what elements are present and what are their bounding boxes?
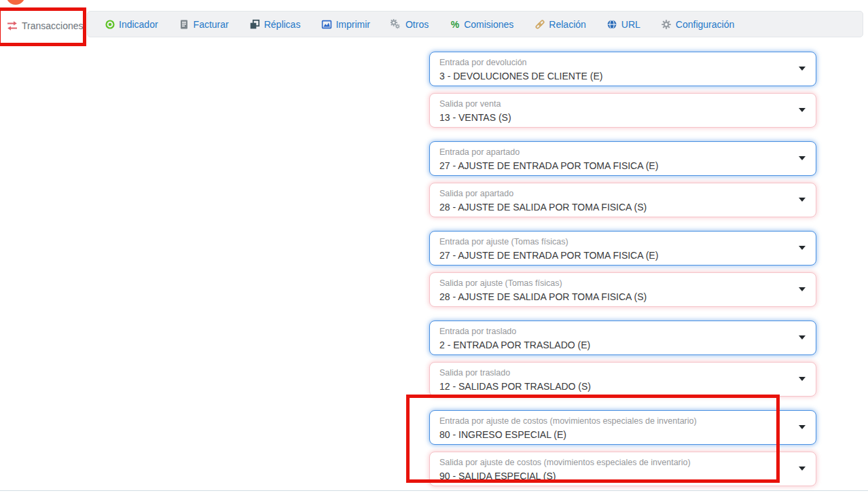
tab-label: Comisiones [464, 19, 513, 30]
tab-comisiones[interactable]: % Comisiones [449, 18, 513, 30]
tab-url[interactable]: URL [607, 18, 640, 30]
link-icon [534, 18, 545, 30]
dropdown-caret-icon [799, 425, 806, 429]
tab-indicador[interactable]: Indicador [104, 18, 158, 30]
select-field-value: 80 - INGRESO ESPECIAL (E) [439, 428, 789, 441]
select-field-value: 27 - AJUSTE DE ENTRADA POR TOMA FISICA (… [439, 249, 789, 261]
tab-label: URL [621, 19, 640, 30]
select-field-entrada-por-traslado[interactable]: Entrada por traslado 2 - ENTRADA POR TRA… [429, 321, 816, 355]
tab-transacciones[interactable]: Transacciones [0, 10, 86, 41]
select-field-salida-por-apartado[interactable]: Salida por apartado 28 - AJUSTE DE SALID… [429, 183, 816, 217]
dropdown-caret-icon [799, 108, 806, 112]
select-field-entrada-por-devolucion[interactable]: Entrada por devolución 3 - DEVOLUCIONES … [429, 52, 816, 86]
tab-otros[interactable]: Otros [391, 18, 429, 30]
gear-icon [661, 18, 672, 30]
tab-replicas[interactable]: Réplicas [249, 18, 301, 30]
select-field-label: Salida por apartado [439, 188, 789, 199]
swap-arrows-icon [6, 20, 18, 32]
tab-label: Indicador [119, 19, 158, 30]
dropdown-caret-icon [799, 156, 806, 160]
select-field-entrada-por-ajuste-de-costos-movimientos-especiales-de-inventario-[interactable]: Entrada por ajuste de costos (movimiento… [429, 410, 816, 445]
dropdown-caret-icon [799, 246, 806, 250]
dropdown-caret-icon [799, 335, 806, 340]
select-field-value: 13 - VENTAS (S) [439, 111, 789, 124]
select-field-label: Entrada por ajuste de costos (movimiento… [439, 416, 789, 426]
select-field-entrada-por-ajuste-tomas-fisicas-[interactable]: Entrada por ajuste (Tomas físicas) 27 - … [429, 231, 816, 266]
tab-label: Relación [549, 19, 585, 30]
svg-text:%: % [450, 19, 459, 30]
tab-label: Imprimir [336, 19, 370, 30]
dropdown-caret-icon [799, 287, 806, 291]
dropdown-caret-icon [799, 467, 806, 471]
dropdown-caret-icon [799, 377, 806, 381]
tab-bar: Indicador Facturar Réplicas Imprimir Otr… [87, 11, 863, 37]
select-field-label: Salida por ajuste de costos (movimientos… [439, 457, 789, 468]
select-field-salida-por-ajuste-tomas-fisicas-[interactable]: Salida por ajuste (Tomas físicas) 28 - A… [429, 272, 816, 307]
dropdown-caret-icon [799, 198, 806, 202]
orange-badge [6, 0, 25, 5]
transaction-selects: Entrada por devolución 3 - DEVOLUCIONES … [429, 52, 816, 486]
select-field-value: 90 - SALIDA ESPECIAL (S) [439, 470, 789, 482]
copy-icon [249, 18, 261, 30]
tab-label: Réplicas [264, 19, 301, 30]
select-field-value: 27 - AJUSTE DE ENTRADA POR TOMA FISICA (… [439, 160, 789, 172]
select-field-label: Salida por traslado [439, 367, 789, 378]
select-field-label: Salida por venta [439, 98, 789, 109]
tab-label: Transacciones [22, 20, 84, 31]
tab-label: Configuración [676, 19, 734, 30]
select-field-value: 28 - AJUSTE DE SALIDA POR TOMA FISICA (S… [439, 201, 789, 213]
tab-label: Otros [405, 19, 429, 30]
select-field-salida-por-ajuste-de-costos-movimientos-especiales-de-inventario-[interactable]: Salida por ajuste de costos (movimientos… [429, 452, 816, 486]
gears-icon [391, 18, 402, 30]
target-icon [104, 18, 115, 30]
tab-facturar[interactable]: Facturar [179, 18, 229, 30]
chart-icon [321, 18, 332, 30]
select-field-value: 3 - DEVOLUCIONES DE CLIENTE (E) [439, 70, 789, 82]
invoice-icon [179, 18, 190, 30]
select-field-salida-por-venta[interactable]: Salida por venta 13 - VENTAS (S) [429, 93, 816, 128]
select-field-salida-por-traslado[interactable]: Salida por traslado 12 - SALIDAS POR TRA… [429, 362, 816, 397]
dropdown-caret-icon [799, 67, 806, 71]
percent-icon: % [449, 18, 460, 30]
select-field-value: 12 - SALIDAS POR TRASLADO (S) [439, 380, 789, 392]
select-field-label: Entrada por ajuste (Tomas físicas) [439, 236, 789, 247]
select-field-value: 28 - AJUSTE DE SALIDA POR TOMA FISICA (S… [439, 291, 789, 303]
tab-label: Facturar [194, 19, 229, 30]
globe-icon [607, 18, 618, 30]
tab-relacion[interactable]: Relación [534, 18, 585, 30]
select-field-entrada-por-apartado[interactable]: Entrada por apartado 27 - AJUSTE DE ENTR… [429, 141, 816, 176]
tab-configuracion[interactable]: Configuración [661, 18, 734, 30]
select-field-value: 2 - ENTRADA POR TRASLADO (E) [439, 339, 789, 351]
page-bottom-divider [0, 490, 868, 491]
page: Transacciones Indicador Facturar Réplica… [0, 0, 868, 493]
select-field-label: Entrada por traslado [439, 326, 789, 337]
select-field-label: Entrada por apartado [439, 147, 789, 158]
select-field-label: Entrada por devolución [439, 57, 789, 68]
select-field-label: Salida por ajuste (Tomas físicas) [439, 278, 789, 289]
tab-imprimir[interactable]: Imprimir [321, 18, 370, 30]
